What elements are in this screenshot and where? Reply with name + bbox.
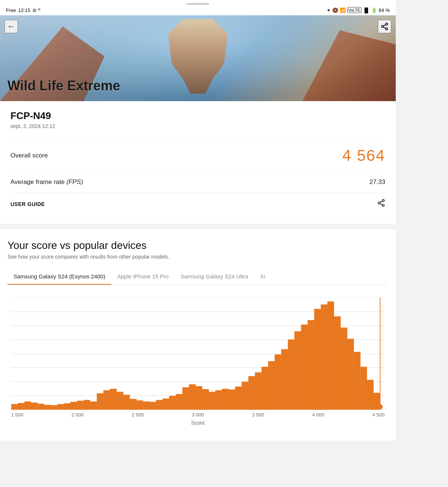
svg-rect-46 [189,384,196,410]
svg-rect-65 [314,309,321,410]
device-name: FCP-N49 [10,110,385,122]
svg-rect-63 [301,325,308,410]
svg-rect-61 [288,340,295,410]
chart-container: 1 500 2 000 2 500 3 000 3 500 4 000 4 50… [7,294,388,441]
svg-rect-69 [340,328,347,410]
share-button-hero[interactable] [378,20,391,33]
tabs-container: Samsung Galaxy S24 (Exynos 2400) Apple i… [7,269,388,285]
svg-rect-67 [327,302,334,410]
status-right: ✴ 🔕 📶 VoLTE ▐▌ 🔋 64 % [327,7,390,13]
top-handle [0,0,396,5]
svg-rect-68 [334,316,341,410]
svg-rect-37 [130,399,137,410]
svg-rect-19 [11,404,18,410]
tab-samsung-s24[interactable]: Samsung Galaxy S24 (Exynos 2400) [7,269,111,285]
x-tick-1500: 1 500 [11,412,24,418]
svg-rect-51 [222,389,229,410]
status-left: Free 12:15 ⊘ ᴺ [6,7,40,13]
svg-rect-71 [354,352,361,410]
fps-row: Average frame rate (FPS) 27.33 [10,171,385,193]
svg-rect-23 [38,404,44,410]
svg-rect-43 [169,396,176,410]
signal-bars-icon: ▐▌ [363,7,370,13]
svg-line-8 [380,203,382,205]
svg-rect-32 [97,393,103,410]
svg-rect-29 [77,401,84,410]
svg-rect-34 [110,389,117,410]
svg-rect-53 [235,387,242,410]
silent-icon: 🔕 [332,7,338,13]
section-divider [0,224,396,229]
back-button[interactable]: ← [4,20,18,33]
svg-rect-66 [321,305,327,410]
svg-rect-31 [90,402,97,410]
battery-label: 64 % [379,7,390,13]
svg-rect-47 [196,386,202,410]
svg-rect-24 [44,405,51,410]
battery-icon: 🔋 [371,7,377,13]
svg-rect-27 [64,403,71,410]
overall-score-label: Overall score [10,152,48,159]
svg-rect-72 [360,367,367,410]
x-axis-labels: 1 500 2 000 2 500 3 000 3 500 4 000 4 50… [7,410,388,418]
fps-label: Average frame rate (FPS) [10,178,83,186]
comparison-subtitle: See how your score compares with results… [7,254,388,260]
handle-bar [187,3,209,5]
svg-rect-22 [31,403,38,410]
share-icon-card[interactable] [377,199,385,209]
svg-rect-64 [308,320,314,410]
svg-rect-73 [367,380,374,410]
svg-line-9 [380,201,382,203]
svg-rect-60 [281,349,288,410]
svg-rect-57 [262,367,268,410]
svg-rect-36 [123,395,130,410]
fps-label-text: Average frame rate [10,178,66,185]
tab-samsung-s24-ultra[interactable]: Samsung Galaxy S24 Ultra [175,269,254,285]
time-label: 12:15 [18,7,31,13]
svg-rect-35 [116,392,123,410]
share-icon-hero [380,22,389,31]
signal-icons: ⊘ ᴺ [32,7,40,13]
comparison-section: Your score vs popular devices See how yo… [0,229,396,441]
main-card: FCP-N49 sept. 2, 2024 12:12 Overall scor… [0,101,396,224]
x-tick-3000: 3 000 [192,412,204,418]
svg-line-3 [383,27,386,28]
hero-banner: ← Wild Life Extreme [0,15,396,101]
tab-iphone-15-pro[interactable]: Apple iPhone 15 Pro [111,269,175,285]
tab-xi[interactable]: Xi [254,269,271,285]
svg-rect-50 [215,390,222,410]
hero-title: Wild Life Extreme [0,72,128,101]
svg-rect-52 [228,390,235,410]
chart-area [11,298,385,410]
carrier-label: Free [6,7,16,13]
svg-rect-59 [275,355,281,410]
user-guide-label: USER GUIDE [10,201,45,207]
bluetooth-icon: ✴ [327,7,331,13]
svg-rect-26 [57,404,64,410]
current-score-dot [377,404,383,409]
svg-rect-54 [242,382,249,410]
svg-rect-42 [163,399,169,410]
svg-rect-41 [156,400,163,410]
svg-rect-28 [71,402,77,410]
x-tick-2500: 2 500 [131,412,144,418]
svg-rect-44 [176,394,183,410]
overall-score-row: Overall score 4 564 [10,140,385,171]
test-date: sept. 2, 2024 12:12 [10,123,385,129]
user-guide-row[interactable]: USER GUIDE [10,193,385,215]
svg-rect-55 [248,376,255,410]
svg-rect-21 [24,402,31,410]
svg-rect-48 [202,389,209,410]
svg-rect-30 [84,400,90,410]
x-tick-2000: 2 000 [71,412,84,418]
overall-score-value: 4 564 [342,147,385,165]
svg-rect-33 [103,390,110,410]
fps-value: 27.33 [369,178,385,186]
svg-line-4 [383,25,386,26]
x-axis-label: Score [7,420,388,426]
x-tick-4500: 4 500 [372,412,385,418]
x-tick-4000: 4 000 [312,412,324,418]
svg-rect-56 [255,372,262,410]
svg-rect-45 [183,387,189,410]
svg-rect-58 [268,361,275,410]
